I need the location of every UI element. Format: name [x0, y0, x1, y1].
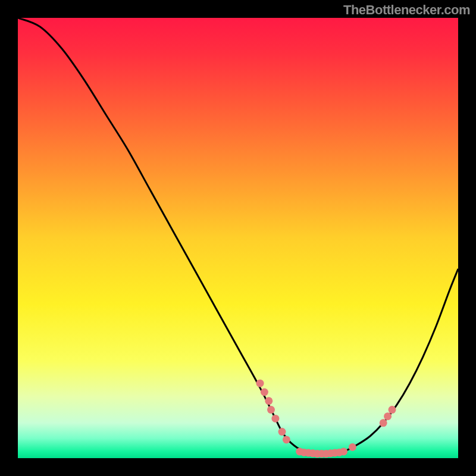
data-marker: [265, 397, 273, 405]
chart-svg: [18, 18, 458, 458]
data-marker: [389, 406, 396, 414]
data-marker: [271, 415, 279, 422]
data-marker: [349, 443, 356, 451]
data-marker: [278, 428, 286, 436]
data-marker: [267, 406, 275, 414]
data-marker: [283, 436, 290, 443]
data-marker: [384, 412, 392, 420]
data-marker: [261, 389, 268, 396]
data-marker: [380, 419, 387, 427]
data-marker: [340, 447, 347, 455]
data-marker: [256, 380, 264, 387]
chart-container: TheBottlenecker.com: [0, 0, 476, 476]
chart-background: [18, 18, 458, 458]
attribution-text: TheBottlenecker.com: [343, 2, 470, 18]
